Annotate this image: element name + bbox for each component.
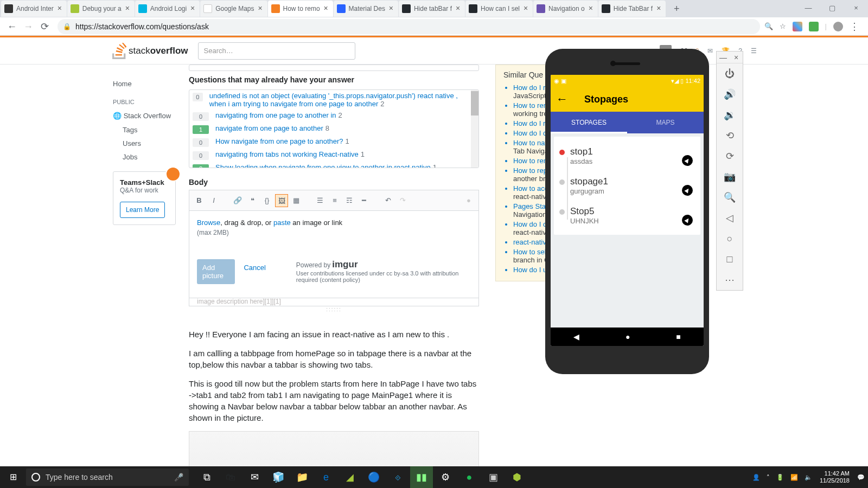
window-close-icon[interactable]: × (844, 0, 868, 16)
tab-stopages[interactable]: STOPAGES (551, 112, 627, 133)
editor-body[interactable]: Browse, drag & drop, or paste an image o… (189, 210, 479, 298)
people-icon[interactable]: 👤 (749, 474, 763, 481)
hr-icon[interactable]: ━ (358, 194, 371, 207)
forward-button[interactable]: → (21, 19, 36, 34)
browser-tab[interactable]: How can I sel× (465, 1, 533, 17)
browser-tab[interactable]: Navigation o× (533, 1, 598, 17)
image-icon[interactable]: 🖼 (275, 194, 288, 207)
store-icon[interactable]: 🛍 (219, 466, 242, 488)
more-icon[interactable]: ⋯ (717, 269, 743, 290)
browser-tab[interactable]: Material Des× (334, 1, 398, 17)
suggestion-link[interactable]: How navigate from one page to another? (215, 137, 343, 145)
terminal-icon[interactable]: ▣ (482, 466, 505, 488)
android-studio-icon[interactable]: ◢ (339, 466, 361, 488)
wifi-icon[interactable]: 📶 (787, 474, 801, 481)
suggestion-link[interactable]: navigating from tabs not working React-n… (215, 150, 359, 158)
emu-minimize-icon[interactable]: — (717, 52, 730, 63)
browser-tab[interactable]: Hide TabBar f× (598, 1, 666, 17)
edge-icon[interactable]: e (315, 466, 337, 488)
suggestion-link[interactable]: navigate from one page to another (215, 124, 323, 132)
volume-down-icon[interactable]: 🔉 (717, 105, 743, 125)
vscode-icon[interactable]: ⟐ (386, 466, 409, 488)
sidebar-jobs[interactable]: Jobs (113, 150, 189, 164)
window-minimize-icon[interactable]: — (796, 0, 820, 16)
start-button[interactable]: ⊞ (1, 466, 25, 488)
title-input[interactable] (189, 65, 479, 71)
olist-icon[interactable]: ☰ (314, 194, 327, 207)
close-icon[interactable]: × (655, 5, 662, 12)
close-icon[interactable]: × (387, 5, 395, 12)
power-icon[interactable]: ⏻ (717, 63, 743, 84)
camera-icon[interactable]: 📷 (717, 166, 743, 187)
scrollbar[interactable] (471, 90, 478, 168)
chrome-menu-icon[interactable]: ⋮ (850, 21, 859, 33)
zoom-icon[interactable]: 🔍 (764, 22, 773, 30)
rotate-left-icon[interactable]: ⟲ (717, 125, 743, 146)
action-center-icon[interactable]: 💬 (854, 474, 868, 481)
suggestion-link[interactable]: undefined is not an object (evaluating '… (209, 92, 458, 108)
add-picture-button[interactable]: Add picture (197, 259, 235, 284)
stop-row[interactable]: stop1assdas (559, 141, 695, 171)
nav-home-icon[interactable]: ● (626, 332, 630, 341)
extension-icon[interactable] (793, 22, 802, 31)
emu-back-icon[interactable]: ◁ (717, 208, 743, 228)
sidebar-stackoverflow[interactable]: 🌐 Stack Overflow (113, 108, 189, 123)
resize-handle[interactable]: :::::: (189, 306, 479, 312)
redo-icon[interactable]: ↷ (396, 194, 409, 207)
close-icon[interactable]: × (189, 5, 196, 12)
task-view-icon[interactable]: ⧉ (195, 466, 218, 488)
emu-close-icon[interactable]: × (730, 52, 743, 63)
compass-icon[interactable] (682, 155, 693, 166)
close-icon[interactable]: × (322, 5, 330, 12)
close-icon[interactable]: × (257, 5, 264, 12)
browser-tab[interactable]: Android Logi× (135, 1, 200, 17)
paste-link[interactable]: paste (273, 219, 291, 227)
inbox-icon[interactable]: ✉ (707, 47, 713, 55)
suggestions-list[interactable]: 0undefined is not an object (evaluating … (189, 89, 479, 168)
heading-icon[interactable]: ☶ (343, 194, 356, 207)
browse-link[interactable]: Browse (197, 219, 220, 227)
back-button[interactable]: ← (4, 19, 20, 34)
tab-maps[interactable]: MAPS (627, 112, 704, 133)
battery-icon[interactable]: 🔋 (773, 474, 787, 481)
emulator-task-icon[interactable]: ▮▮ (410, 466, 433, 488)
chrome-icon[interactable]: 🔵 (362, 466, 385, 488)
zoom-icon[interactable]: 🔍 (717, 187, 743, 208)
window-maximize-icon[interactable]: ▢ (820, 0, 844, 16)
close-icon[interactable]: × (522, 5, 529, 12)
rotate-right-icon[interactable]: ⟳ (717, 146, 743, 166)
code-icon[interactable]: {} (260, 194, 273, 207)
avd-icon[interactable]: ⬢ (506, 466, 528, 488)
cancel-link[interactable]: Cancel (244, 259, 265, 272)
compass-icon[interactable] (682, 215, 693, 226)
bookmark-star-icon[interactable]: ☆ (780, 22, 786, 30)
close-icon[interactable]: × (56, 5, 63, 12)
volume-up-icon[interactable]: 🔊 (717, 84, 743, 105)
site-switcher-icon[interactable]: ☰ (751, 47, 757, 55)
browser-tab[interactable]: Hide tabBar f× (399, 1, 465, 17)
clock[interactable]: 11:42 AM11/25/2018 (815, 468, 854, 486)
reload-button[interactable]: ⟳ (37, 19, 52, 34)
suggestion-link[interactable]: Show loading when navigate from one view… (215, 163, 431, 168)
nav-recent-icon[interactable]: ■ (676, 332, 680, 341)
stop-row[interactable]: Stop5UHNJKH (559, 201, 695, 230)
quote-icon[interactable]: ❝ (246, 194, 259, 207)
close-icon[interactable]: × (587, 5, 595, 12)
url-input[interactable]: 🔒 https://stackoverflow.com/questions/as… (58, 19, 760, 34)
compass-icon[interactable] (682, 185, 693, 196)
sidebar-users[interactable]: Users (113, 137, 189, 150)
mic-icon[interactable]: 🎤 (174, 473, 183, 481)
browser-tab-active[interactable]: How to remo× (268, 1, 333, 17)
sound-icon[interactable]: 🔈 (801, 474, 815, 481)
nav-back-icon[interactable]: ◀ (573, 332, 579, 341)
sidebar-home[interactable]: Home (113, 76, 189, 91)
close-icon[interactable]: × (454, 5, 462, 12)
teams-learn-more-button[interactable]: Learn More (120, 202, 165, 218)
browser-tab[interactable]: Google Maps× (200, 1, 267, 17)
tray-chevron-icon[interactable]: ˄ (763, 474, 773, 481)
ulist-icon[interactable]: ≡ (328, 194, 341, 207)
close-icon[interactable]: × (124, 5, 131, 12)
so-logo[interactable]: stackoverflow (112, 43, 188, 59)
bold-icon[interactable]: B (193, 194, 206, 207)
profile-avatar-icon[interactable] (833, 22, 843, 31)
